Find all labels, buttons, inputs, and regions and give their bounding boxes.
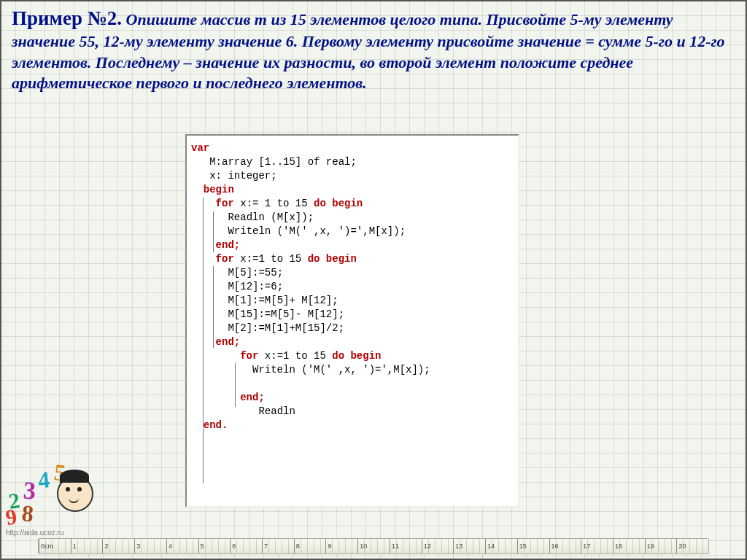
ruler-tick: 5	[198, 539, 231, 553]
kw-var: var	[191, 142, 209, 154]
ruler-tick: 20	[676, 539, 708, 553]
ruler-tick: 1	[71, 539, 103, 553]
ruler-tick: 9	[325, 539, 357, 553]
code-line: Readln (M[x]);	[228, 211, 314, 223]
ruler-tick: 15	[517, 539, 549, 553]
code-line: Readln	[258, 405, 295, 417]
code-line: x:=1 to 15	[234, 253, 308, 265]
code-line: x:=1 to 15	[258, 350, 332, 362]
kw-dobegin: do begin	[314, 198, 363, 209]
code-line: x:= 1 to 15	[234, 198, 314, 209]
ruler-tick: 7	[262, 539, 294, 553]
kw-end: end;	[216, 336, 241, 348]
ruler-tick: 13	[453, 539, 485, 553]
code-line: M:array [1..15] of real;	[209, 156, 357, 168]
kw-dobegin: do begin	[308, 253, 357, 265]
task-title: Пример №2.	[12, 7, 122, 29]
code-line: M[12]:=6;	[228, 281, 283, 292]
ruler-tick: 12	[422, 539, 454, 553]
code-line: x: integer;	[209, 170, 276, 182]
mascot-illustration: 2 3 4 5 9 8	[6, 446, 92, 526]
code-listing: var M:array [1..15] of real; x: integer;…	[185, 134, 519, 508]
kw-enddot: end.	[204, 419, 228, 431]
ruler-tick: 18	[613, 539, 645, 553]
ruler-tick: 11	[390, 539, 422, 553]
code-line: M[1]:=M[5]+ M[12];	[228, 295, 338, 306]
ruler-tick: 17	[581, 539, 613, 553]
ruler-tick: 3	[134, 539, 166, 553]
ruler-tick: 14	[485, 539, 517, 553]
code-line: Writeln ('M(' ,x, ')=',M[x]);	[228, 225, 406, 237]
watermark-url: http://aida.ucoz.ru	[6, 529, 64, 537]
code-line: M[2]:=M[1]+M[15]/2;	[228, 322, 344, 334]
kw-for: for	[240, 350, 258, 362]
ruler-tick: 16	[549, 539, 581, 553]
ruler-tick: 4	[166, 539, 198, 553]
code-line: M[15]:=M[5]- M[12];	[228, 308, 344, 320]
kw-end: end;	[216, 239, 241, 251]
ruler-tick: 0cm	[39, 539, 71, 553]
ruler-tick: 6	[230, 539, 262, 553]
kw-for: for	[216, 253, 234, 265]
ruler-tick: 10	[357, 539, 390, 553]
kw-dobegin: do begin	[332, 350, 381, 362]
ruler: 0cm 1 2 3 4 5 6 7 8 9 10 11 12 13 14 15 …	[38, 538, 709, 554]
code-line: Writeln ('M(' ,x, ')=',M[x]);	[252, 364, 430, 376]
code-line: M[5]:=55;	[228, 267, 283, 279]
ruler-tick: 19	[645, 539, 677, 553]
ruler-tick: 8	[294, 539, 326, 553]
ruler-tick: 2	[102, 539, 134, 553]
kw-end: end;	[240, 392, 265, 403]
slide-page: Пример №2. Опишите массив m из 15 элемен…	[0, 0, 747, 560]
kw-for: for	[216, 198, 234, 209]
task-block: Пример №2. Опишите массив m из 15 элемен…	[1, 1, 746, 97]
kw-begin: begin	[204, 184, 234, 195]
